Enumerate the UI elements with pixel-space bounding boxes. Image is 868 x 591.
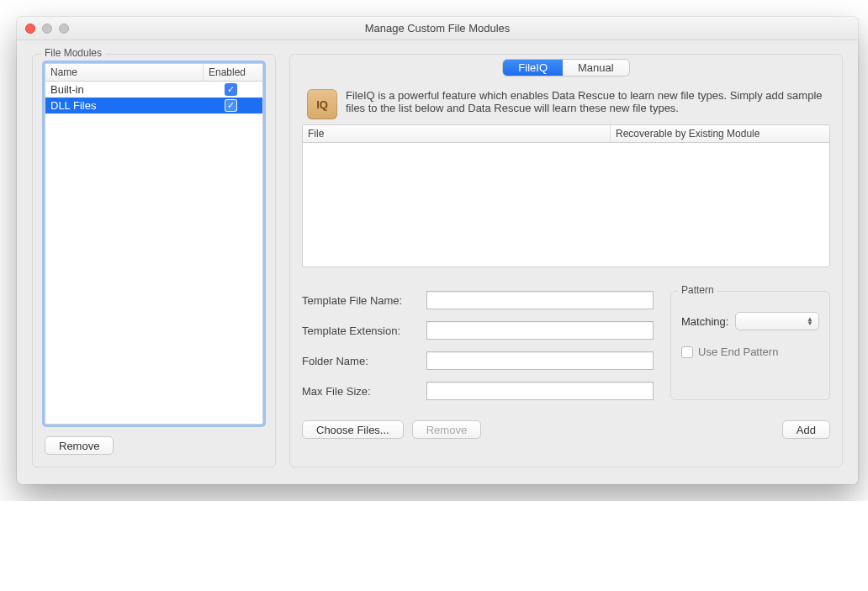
use-end-pattern-label: Use End Pattern (698, 346, 778, 358)
row-name: DLL Files (50, 99, 204, 112)
template-file-name-row: Template File Name: (302, 291, 654, 309)
recoverable-column-header[interactable]: Recoverable by Existing Module (611, 125, 829, 142)
checkbox-unchecked-icon[interactable] (681, 346, 693, 358)
file-modules-header: Name Enabled (45, 64, 262, 82)
description-row: IQ FileIQ is a powerful feature which en… (302, 82, 830, 124)
form-left: Template File Name: Template Extension: … (302, 291, 654, 400)
bottom-left: Choose Files... Remove (302, 420, 481, 439)
remove-module-button[interactable]: Remove (45, 436, 114, 455)
choose-files-button[interactable]: Choose Files... (302, 420, 404, 439)
tab-manual[interactable]: Manual (563, 60, 629, 76)
matching-label: Matching: (681, 315, 728, 328)
folder-name-label: Folder Name: (302, 355, 420, 367)
pattern-group: Pattern Matching: ▲▼ Use End Pattern (670, 291, 830, 400)
description-text: FileIQ is a powerful feature which enabl… (346, 89, 825, 119)
right-panel: FileIQ Manual IQ FileIQ is a powerful fe… (289, 54, 843, 467)
left-actions: Remove (45, 436, 263, 455)
iq-icon: IQ (307, 89, 337, 119)
max-file-size-label: Max File Size: (302, 385, 420, 398)
template-extension-row: Template Extension: (302, 321, 654, 340)
use-end-pattern-row[interactable]: Use End Pattern (681, 346, 819, 358)
window: Manage Custom File Modules File Modules … (17, 17, 858, 484)
matching-row: Matching: ▲▼ (681, 312, 819, 330)
bottom-actions: Choose Files... Remove Add (302, 420, 830, 439)
chevron-updown-icon: ▲▼ (807, 317, 813, 325)
add-button[interactable]: Add (782, 420, 830, 439)
file-table-body (303, 143, 829, 266)
template-file-name-input[interactable] (426, 291, 654, 309)
row-check[interactable]: ✓ (204, 83, 257, 96)
col-enabled-header[interactable]: Enabled (204, 64, 262, 81)
row-check[interactable]: ✓ (204, 99, 257, 112)
list-row[interactable]: Built-in ✓ (45, 82, 262, 98)
remove-file-button[interactable]: Remove (412, 420, 481, 439)
template-extension-input[interactable] (426, 321, 654, 340)
list-row[interactable]: DLL Files ✓ (45, 98, 262, 113)
checkbox-checked-icon[interactable]: ✓ (225, 99, 237, 112)
folder-name-input[interactable] (426, 351, 654, 370)
max-file-size-row: Max File Size: (302, 382, 654, 400)
row-name: Built-in (50, 83, 204, 96)
tabs: FileIQ Manual (503, 60, 628, 76)
template-extension-label: Template Extension: (302, 325, 420, 337)
tab-fileiq[interactable]: FileIQ (503, 60, 563, 76)
file-modules-group: File Modules Name Enabled Built-in ✓ DLL… (32, 54, 276, 467)
file-column-header[interactable]: File (303, 125, 611, 142)
file-modules-label: File Modules (41, 47, 105, 59)
form-area: Template File Name: Template Extension: … (302, 291, 830, 400)
folder-name-row: Folder Name: (302, 351, 654, 370)
pattern-group-label: Pattern (678, 284, 717, 296)
file-modules-list[interactable]: Name Enabled Built-in ✓ DLL Files ✓ (45, 63, 263, 425)
max-file-size-input[interactable] (426, 382, 654, 400)
file-table-header: File Recoverable by Existing Module (303, 125, 829, 143)
close-icon[interactable] (25, 24, 35, 34)
window-title: Manage Custom File Modules (17, 22, 858, 34)
file-table[interactable]: File Recoverable by Existing Module (302, 124, 830, 267)
zoom-icon[interactable] (59, 24, 69, 34)
col-name-header[interactable]: Name (45, 64, 204, 81)
content: File Modules Name Enabled Built-in ✓ DLL… (17, 40, 858, 484)
traffic-lights (25, 24, 69, 34)
checkbox-checked-icon[interactable]: ✓ (225, 83, 237, 96)
template-file-name-label: Template File Name: (302, 294, 420, 307)
minimize-icon[interactable] (42, 24, 52, 34)
titlebar: Manage Custom File Modules (17, 17, 858, 40)
matching-select[interactable]: ▲▼ (735, 312, 819, 330)
